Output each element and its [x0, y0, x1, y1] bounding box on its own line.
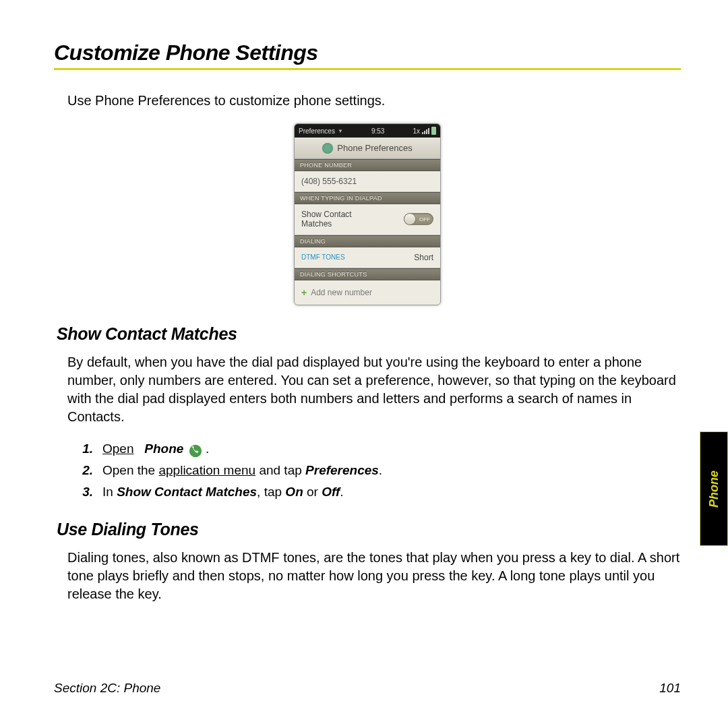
step2-t1: Open the — [102, 463, 158, 477]
step2-t3: . — [379, 463, 382, 477]
screen-header: Phone Preferences — [295, 138, 440, 159]
footer-section-ref: Section 2C: Phone — [54, 681, 160, 696]
para-show-contact-matches: By default, when you have the dial pad d… — [67, 353, 681, 426]
subheading-use-dialing-tones: Use Dialing Tones — [57, 520, 681, 539]
statusbar-app-name: Preferences — [299, 127, 335, 135]
phone-preferences-screenshot: Preferences ▼ 9:53 1x Phone Preferences … — [294, 123, 441, 305]
side-tab-label: Phone — [707, 470, 721, 507]
show-contact-matches-label: Show Contact Matches — [301, 210, 375, 229]
battery-icon — [431, 127, 436, 135]
step1-period: . — [206, 442, 209, 456]
step3-off: Off — [322, 485, 340, 499]
step2-preferences: Preferences — [305, 463, 379, 477]
phone-app-icon — [189, 443, 202, 456]
add-new-number-row[interactable]: + Add new number — [295, 280, 440, 305]
para-use-dialing-tones: Dialing tones, also known as DTMF tones,… — [67, 549, 681, 603]
step-3: 3. In Show Contact Matches, tap On or Of… — [81, 481, 681, 503]
dtmf-tones-value: Short — [414, 253, 433, 262]
side-thumb-tab: Phone — [700, 431, 728, 546]
dtmf-tones-row[interactable]: DTMF TONES Short — [295, 247, 440, 268]
subheading-show-contact-matches: Show Contact Matches — [57, 324, 681, 344]
step3-t4: . — [340, 485, 343, 499]
phone-number-value: (408) 555-6321 — [301, 177, 357, 186]
step2-t2: and tap — [255, 463, 305, 477]
section-label-phone-number: PHONE NUMBER — [295, 159, 440, 171]
show-contact-matches-toggle[interactable]: OFF — [404, 213, 433, 225]
step1-open: Open — [102, 442, 133, 456]
page-footer: Section 2C: Phone 101 — [54, 681, 681, 696]
step-number: 1. — [81, 438, 93, 460]
section-label-when-typing: WHEN TYPING IN DIALPAD — [295, 192, 440, 204]
intro-text: Use Phone Preferences to customize phone… — [67, 93, 681, 109]
dtmf-tones-label: DTMF TONES — [301, 253, 345, 261]
title-divider — [54, 68, 681, 70]
statusbar: Preferences ▼ 9:53 1x — [295, 124, 440, 138]
signal-icon — [422, 128, 429, 134]
page-title: Customize Phone Settings — [54, 40, 681, 68]
steps-show-contact-matches: 1. Open Phone . 2. Open the application … — [81, 438, 681, 504]
step2-application-menu-link: application menu — [158, 463, 255, 477]
statusbar-time: 9:53 — [371, 127, 384, 135]
show-contact-matches-row[interactable]: Show Contact Matches OFF — [295, 204, 440, 235]
step1-phone-link: Phone — [144, 442, 183, 456]
step3-t3: or — [303, 485, 322, 499]
step3-on: On — [285, 485, 303, 499]
step-1: 1. Open Phone . — [81, 438, 681, 460]
footer-page-number: 101 — [659, 681, 681, 696]
step3-t2: , tap — [257, 485, 285, 499]
plus-icon: + — [301, 287, 307, 298]
section-label-dialing: DIALING — [295, 235, 440, 247]
phone-number-row: (408) 555-6321 — [295, 171, 440, 192]
step-2: 2. Open the application menu and tap Pre… — [81, 460, 681, 481]
network-indicator: 1x — [413, 127, 420, 135]
toggle-state: OFF — [419, 216, 430, 222]
step-number: 3. — [81, 481, 93, 503]
step3-show-contact-matches: Show Contact Matches — [117, 485, 257, 499]
chevron-down-icon: ▼ — [338, 128, 343, 134]
step3-t1: In — [102, 485, 117, 499]
add-new-number-label: Add new number — [311, 288, 372, 297]
step-number: 2. — [81, 460, 93, 481]
section-label-shortcuts: DIALING SHORTCUTS — [295, 268, 440, 280]
screen-header-title: Phone Preferences — [337, 143, 412, 153]
phone-icon — [322, 143, 333, 154]
